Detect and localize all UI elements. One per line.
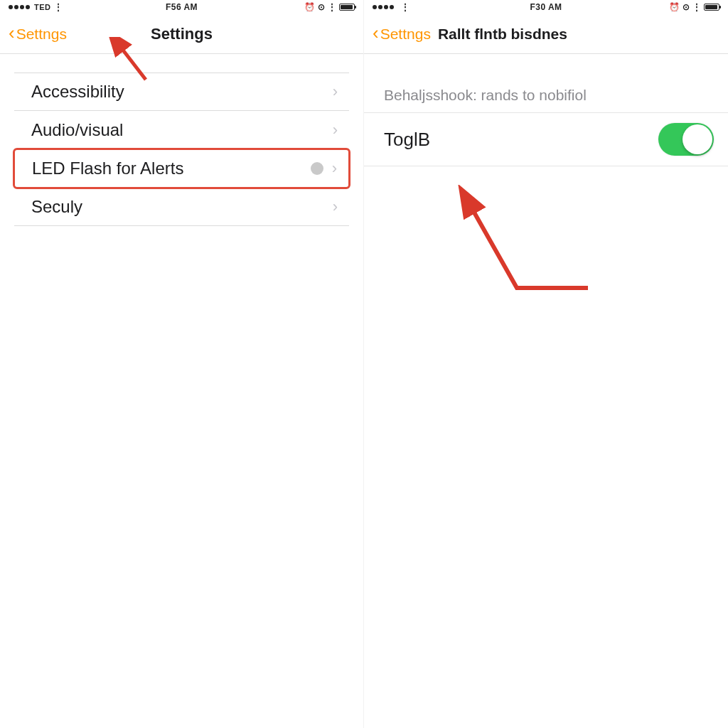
status-bar: ⋮ F30 AM ⏰ ⊙ ⋮ xyxy=(364,0,728,14)
list-item-label: LED Flash for Alerts xyxy=(32,159,311,178)
page-title: Settings xyxy=(151,25,213,43)
left-screenshot: TED ⋮ F56 AM ⏰ ⊙ ⋮ ‹ Settngs Settings Ac… xyxy=(0,0,364,728)
back-button[interactable]: ‹ Settngs xyxy=(373,23,431,44)
chevron-left-icon: ‹ xyxy=(9,22,15,44)
list-item-seculy[interactable]: Seculy › xyxy=(14,188,349,226)
wifi-icon: ⋮ xyxy=(328,2,336,12)
status-bar: TED ⋮ F56 AM ⏰ ⊙ ⋮ xyxy=(0,0,363,14)
status-time: F30 AM xyxy=(530,2,562,12)
list-item-audio-visual[interactable]: Audio/visual › xyxy=(14,111,349,149)
toggle-row-toglb[interactable]: ToglB xyxy=(364,112,728,166)
list-item-label: Audio/visual xyxy=(31,120,333,140)
status-dot-icon xyxy=(311,162,323,175)
carrier-label: TED xyxy=(34,3,51,11)
chevron-left-icon: ‹ xyxy=(373,22,379,44)
nav-header: ‹ Settngs Settings xyxy=(0,14,363,54)
timer-icon: ⊙ xyxy=(682,2,690,12)
annotation-arrow-icon xyxy=(449,185,606,313)
chevron-right-icon: › xyxy=(333,121,338,139)
chevron-right-icon: › xyxy=(333,82,338,101)
switch-knob-icon xyxy=(682,124,712,154)
signal-dots-icon xyxy=(373,5,394,9)
page-title: Rallt flntb bisdnes xyxy=(438,26,567,43)
toggle-label: ToglB xyxy=(384,129,658,151)
section-header: Behaljsshook: rands to nobifiol xyxy=(364,54,728,112)
battery-icon xyxy=(339,4,355,11)
wifi-icon: ⋮ xyxy=(54,2,63,12)
signal-dots-icon xyxy=(9,5,30,9)
wifi-icon: ⋮ xyxy=(692,2,701,12)
wifi-icon: ⋮ xyxy=(401,2,410,12)
settings-list: Accessibility › Audio/visual › LED Flash… xyxy=(0,73,363,226)
list-item-led-flash-alerts[interactable]: LED Flash for Alerts › xyxy=(13,148,350,189)
toggle-switch[interactable] xyxy=(658,123,714,156)
alarm-icon: ⏰ xyxy=(304,2,315,12)
chevron-right-icon: › xyxy=(332,159,337,178)
status-time: F56 AM xyxy=(166,2,198,12)
list-item-accessibility[interactable]: Accessibility › xyxy=(14,73,349,111)
list-item-label: Seculy xyxy=(31,197,333,217)
back-button[interactable]: ‹ Settngs xyxy=(9,23,67,44)
alarm-icon: ⏰ xyxy=(669,2,680,12)
battery-icon xyxy=(704,4,719,11)
list-item-label: Accessibility xyxy=(31,82,333,102)
back-label: Settngs xyxy=(380,26,431,43)
timer-icon: ⊙ xyxy=(318,2,325,12)
back-label: Settngs xyxy=(16,26,67,43)
nav-header: ‹ Settngs Rallt flntb bisdnes xyxy=(364,14,728,54)
chevron-right-icon: › xyxy=(333,198,338,216)
right-screenshot: ⋮ F30 AM ⏰ ⊙ ⋮ ‹ Settngs Rallt flntb bis… xyxy=(364,0,728,728)
